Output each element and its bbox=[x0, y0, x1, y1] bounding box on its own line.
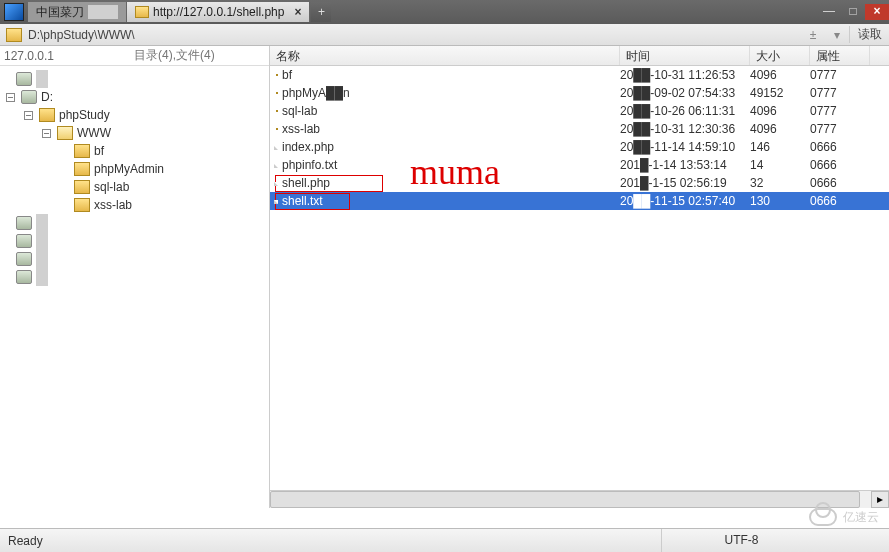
status-text: Ready bbox=[8, 534, 661, 548]
updown-button[interactable]: ± bbox=[801, 28, 825, 42]
file-attr: 0777 bbox=[810, 122, 870, 136]
drive-icon bbox=[16, 270, 32, 284]
file-icon bbox=[276, 146, 278, 148]
watermark-text: 亿速云 bbox=[843, 509, 879, 526]
file-name: phpMyA██n bbox=[282, 86, 350, 100]
tree-label: xss-lab bbox=[94, 196, 132, 214]
file-time: 20██-09-02 07:54:33 bbox=[620, 86, 750, 100]
tree-drive-extra[interactable]: xx bbox=[6, 268, 269, 286]
workspace: 127.0.0.1 目录(4),文件(4) xx – D: – phpStudy bbox=[0, 46, 889, 508]
tree-drive-extra[interactable]: xx bbox=[6, 250, 269, 268]
tree-header: 127.0.0.1 目录(4),文件(4) bbox=[0, 46, 269, 66]
file-time: 20██-10-31 11:26:53 bbox=[620, 68, 750, 82]
file-name: sql-lab bbox=[282, 104, 317, 118]
scroll-thumb[interactable] bbox=[270, 491, 860, 508]
file-time: 20██-10-26 06:11:31 bbox=[620, 104, 750, 118]
folder-icon bbox=[74, 162, 90, 176]
file-attr: 0777 bbox=[810, 104, 870, 118]
file-name: xss-lab bbox=[282, 122, 320, 136]
file-time: 20██-11-15 02:57:40 bbox=[620, 194, 750, 208]
drive-icon bbox=[16, 216, 32, 230]
close-icon[interactable]: × bbox=[288, 5, 301, 19]
tree-label: phpStudy bbox=[59, 106, 110, 124]
col-attr[interactable]: 属性 bbox=[810, 46, 870, 65]
file-name: index.php bbox=[282, 140, 334, 154]
annotation-text: muma bbox=[410, 151, 500, 193]
file-icon bbox=[276, 164, 278, 166]
file-icon bbox=[276, 200, 278, 202]
tree-www[interactable]: – WWW bbox=[6, 124, 269, 142]
read-button[interactable]: 读取 bbox=[849, 26, 889, 43]
collapse-icon[interactable]: – bbox=[42, 129, 51, 138]
file-row[interactable]: bf20██-10-31 11:26:5340960777 bbox=[270, 66, 889, 84]
tab-main-obscured: xxxxx bbox=[88, 5, 118, 19]
file-attr: 0777 bbox=[810, 86, 870, 100]
status-bar: Ready UTF-8 bbox=[0, 528, 889, 552]
folder-icon bbox=[276, 92, 278, 94]
folder-icon bbox=[39, 108, 55, 122]
highlight-box bbox=[275, 193, 350, 210]
collapse-icon[interactable]: – bbox=[6, 93, 15, 102]
file-time: 20██-10-31 12:30:36 bbox=[620, 122, 750, 136]
title-bar: 中国菜刀 xxxxx http://127.0.0.1/shell.php × … bbox=[0, 0, 889, 24]
tree-bf[interactable]: bf bbox=[6, 142, 269, 160]
new-tab-button[interactable]: + bbox=[311, 2, 331, 22]
file-size: 14 bbox=[750, 158, 810, 172]
drive-icon bbox=[16, 72, 32, 86]
file-size: 146 bbox=[750, 140, 810, 154]
file-attr: 0666 bbox=[810, 140, 870, 154]
file-row[interactable]: index.php20██-11-14 14:59:101460666 bbox=[270, 138, 889, 156]
file-row[interactable]: shell.txt20██-11-15 02:57:401300666 bbox=[270, 192, 889, 210]
scroll-right-icon[interactable]: ▸ bbox=[871, 491, 889, 508]
file-size: 4096 bbox=[750, 122, 810, 136]
tree-drive-d[interactable]: – D: bbox=[6, 88, 269, 106]
address-input[interactable]: D:\phpStudy\WWW\ bbox=[28, 28, 801, 42]
tree-sqllab[interactable]: sql-lab bbox=[6, 178, 269, 196]
collapse-icon[interactable]: – bbox=[24, 111, 33, 120]
watermark: 亿速云 bbox=[809, 508, 879, 526]
tree-body: xx – D: – phpStudy – WWW bbox=[0, 66, 269, 290]
file-size: 4096 bbox=[750, 68, 810, 82]
tree-xsslab[interactable]: xss-lab bbox=[6, 196, 269, 214]
drive-icon bbox=[21, 90, 37, 104]
folder-icon bbox=[74, 144, 90, 158]
horizontal-scrollbar[interactable]: ▸ bbox=[270, 490, 889, 508]
col-size[interactable]: 大小 bbox=[750, 46, 810, 65]
tree-phpstudy[interactable]: – phpStudy bbox=[6, 106, 269, 124]
list-pane: 名称 时间 大小 属性 muma bf20██-10-31 11:26:5340… bbox=[270, 46, 889, 508]
tree-label: bf bbox=[94, 142, 104, 160]
folder-icon bbox=[6, 28, 22, 42]
tree-label: WWW bbox=[77, 124, 111, 142]
file-row[interactable]: sql-lab20██-10-26 06:11:3140960777 bbox=[270, 102, 889, 120]
tab-shell[interactable]: http://127.0.0.1/shell.php × bbox=[127, 2, 310, 22]
file-row[interactable]: phpinfo.txt201█-1-14 13:53:14140666 bbox=[270, 156, 889, 174]
file-attr: 0666 bbox=[810, 176, 870, 190]
folder-icon bbox=[276, 74, 278, 76]
file-size: 49152 bbox=[750, 86, 810, 100]
file-attr: 0666 bbox=[810, 194, 870, 208]
col-time[interactable]: 时间 bbox=[620, 46, 750, 65]
file-row[interactable]: xss-lab20██-10-31 12:30:3640960777 bbox=[270, 120, 889, 138]
file-size: 130 bbox=[750, 194, 810, 208]
minimize-button[interactable]: — bbox=[817, 4, 841, 20]
dropdown-button[interactable]: ▾ bbox=[825, 28, 849, 42]
file-name: bf bbox=[282, 68, 292, 82]
file-size: 4096 bbox=[750, 104, 810, 118]
file-name: phpinfo.txt bbox=[282, 158, 337, 172]
tree-drive-extra[interactable]: xx bbox=[6, 232, 269, 250]
file-icon bbox=[276, 182, 278, 184]
col-name[interactable]: 名称 bbox=[270, 46, 620, 65]
folder-icon bbox=[276, 128, 278, 130]
folder-icon bbox=[135, 6, 149, 18]
tree-pane: 127.0.0.1 目录(4),文件(4) xx – D: – phpStudy bbox=[0, 46, 270, 508]
file-row[interactable]: phpMyA██n20██-09-02 07:54:33491520777 bbox=[270, 84, 889, 102]
tree-label: D: bbox=[41, 88, 53, 106]
maximize-button[interactable]: □ bbox=[841, 4, 865, 20]
tree-label: sql-lab bbox=[94, 178, 129, 196]
close-button[interactable]: × bbox=[865, 4, 889, 20]
tree-phpmyadmin[interactable]: phpMyAdmin bbox=[6, 160, 269, 178]
cloud-icon bbox=[809, 508, 837, 526]
tab-main[interactable]: 中国菜刀 xxxxx bbox=[28, 2, 127, 22]
tree-drive-extra[interactable]: xx bbox=[6, 214, 269, 232]
tree-drive-c[interactable]: xx bbox=[6, 70, 269, 88]
